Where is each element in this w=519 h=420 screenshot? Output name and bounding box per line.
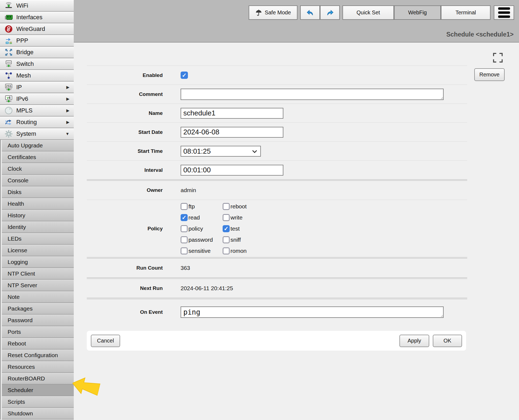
main-area: Safe Mode Quick Set WebFig Terminal Sche… [74, 0, 519, 420]
next-run-label: Next Run [87, 285, 163, 291]
enabled-row: Enabled [87, 66, 467, 85]
sidebar-item-mesh[interactable]: Mesh [0, 70, 74, 82]
sidebar-item-license[interactable]: License [2, 245, 74, 256]
sidebar-item-auto-upgrade[interactable]: Auto Upgrade [2, 140, 74, 151]
interval-input[interactable] [181, 165, 283, 176]
sidebar-item-wireguard[interactable]: WireGuard [0, 23, 74, 35]
name-row: Name [87, 104, 467, 122]
policy-write-label: write [230, 214, 242, 221]
sidebar-item-mpls[interactable]: MPLS ▶ [0, 105, 74, 117]
policy-policy-label: policy [188, 225, 203, 232]
sidebar-item-ntp-client[interactable]: NTP Client [2, 268, 74, 280]
policy-sniff-checkbox[interactable] [223, 236, 230, 243]
policy-reboot-checkbox[interactable] [223, 203, 230, 210]
policy-sniff-label: sniff [230, 237, 241, 243]
run-count-label: Run Count [87, 265, 163, 271]
run-count-value: 363 [181, 265, 190, 271]
sidebar-item-label: IP [16, 84, 22, 91]
sidebar-item-ipv6[interactable]: v6 IPv6 ▶ [0, 93, 74, 105]
remove-button[interactable]: Remove [474, 68, 505, 81]
interval-row: Interval [87, 160, 467, 179]
sidebar-item-ntp-server[interactable]: NTP Server [2, 280, 74, 291]
policy-password-checkbox[interactable] [181, 236, 188, 243]
sidebar-item-history[interactable]: History [2, 210, 74, 221]
sidebar-item-ppp[interactable]: PPP [0, 35, 74, 47]
page-title: Schedule <schedule1> [446, 31, 514, 38]
ip-icon: 255 [4, 82, 14, 92]
sidebar-item-label: Bridge [16, 49, 34, 56]
policy-romon-checkbox[interactable] [223, 247, 230, 254]
sidebar-item-label: WireGuard [16, 25, 45, 33]
policy-test-label: test [230, 225, 240, 232]
policy-sensitive-checkbox[interactable] [181, 247, 188, 254]
name-input[interactable] [181, 108, 283, 119]
sidebar-item-note[interactable]: Note [2, 291, 74, 303]
sidebar-item-reset-configuration[interactable]: Reset Configuration [2, 350, 74, 361]
sidebar-item-console[interactable]: Console [2, 175, 74, 186]
hamburger-icon [498, 7, 510, 10]
sidebar-item-clock[interactable]: Clock [2, 163, 74, 175]
switch-icon [4, 59, 14, 69]
policy-ftp-checkbox[interactable] [181, 203, 188, 210]
interval-label: Interval [87, 167, 163, 173]
tab-terminal[interactable]: Terminal [441, 5, 491, 20]
sidebar: WiFi Interfaces WireGuard PPP Bridge Swi… [0, 0, 74, 420]
policy-sensitive-label: sensitive [188, 248, 211, 254]
start-time-select[interactable]: 08:01:25 [181, 146, 261, 157]
policy-read-checkbox[interactable] [181, 214, 188, 221]
sidebar-item-routerboard[interactable]: RouterBOARD [2, 373, 74, 385]
enabled-checkbox[interactable] [181, 72, 188, 79]
sidebar-item-logging[interactable]: Logging [2, 256, 74, 268]
sidebar-item-wifi[interactable]: WiFi [0, 0, 74, 12]
sidebar-item-password[interactable]: Password [2, 315, 74, 326]
sidebar-item-system[interactable]: System ▼ [0, 128, 74, 140]
sidebar-item-certificates[interactable]: Certificates [2, 151, 74, 163]
owner-label: Owner [87, 187, 163, 193]
start-time-label: Start Time [87, 148, 163, 154]
sidebar-item-ports[interactable]: Ports [2, 326, 74, 338]
sidebar-item-bridge[interactable]: Bridge [0, 47, 74, 58]
policy-policy-checkbox[interactable] [181, 225, 188, 232]
tab-quick-set[interactable]: Quick Set [342, 5, 394, 20]
ok-button[interactable]: OK [433, 335, 462, 347]
mpls-icon [4, 106, 14, 115]
policy-label: Policy [87, 226, 163, 232]
fullscreen-icon[interactable] [492, 52, 503, 63]
comment-textarea[interactable] [181, 89, 444, 100]
sidebar-item-interfaces[interactable]: Interfaces [0, 12, 74, 23]
sidebar-item-scheduler[interactable]: Scheduler [2, 385, 74, 396]
sidebar-item-label: PPP [16, 37, 28, 44]
hamburger-menu-button[interactable] [494, 5, 514, 20]
sidebar-item-identity[interactable]: Identity [2, 221, 74, 233]
sidebar-item-scripts[interactable]: Scripts [2, 396, 74, 408]
ipv6-icon: v6 [4, 94, 14, 104]
sidebar-item-packages[interactable]: Packages [2, 303, 74, 315]
redo-button[interactable] [320, 5, 340, 20]
start-date-row: Start Date [87, 122, 467, 141]
sidebar-item-disks[interactable]: Disks [2, 186, 74, 198]
policy-write-checkbox[interactable] [223, 214, 230, 221]
undo-button[interactable] [300, 5, 320, 20]
tab-webfig[interactable]: WebFig [394, 5, 441, 20]
owner-value: admin [181, 187, 196, 193]
sidebar-item-shutdown[interactable]: Shutdown [2, 408, 74, 419]
redo-icon [326, 8, 334, 17]
policy-test-checkbox[interactable] [223, 225, 230, 232]
ppp-icon [4, 36, 14, 46]
sidebar-item-ip[interactable]: 255 IP ▶ [0, 82, 74, 93]
sidebar-item-resources[interactable]: Resources [2, 361, 74, 373]
sidebar-item-health[interactable]: Health [2, 198, 74, 210]
safe-mode-button[interactable]: Safe Mode [249, 5, 297, 20]
on-event-textarea[interactable]: ping [181, 306, 444, 318]
start-date-input[interactable] [181, 127, 283, 138]
interfaces-icon [4, 12, 14, 22]
chevron-down-icon: ▼ [65, 131, 69, 136]
apply-button[interactable]: Apply [399, 335, 429, 347]
policy-romon-label: romon [230, 248, 247, 254]
sidebar-item-leds[interactable]: LEDs [2, 233, 74, 245]
comment-label: Comment [87, 91, 163, 97]
sidebar-item-reboot[interactable]: Reboot [2, 338, 74, 350]
cancel-button[interactable]: Cancel [91, 335, 120, 347]
sidebar-item-routing[interactable]: Routing ▶ [0, 117, 74, 128]
sidebar-item-switch[interactable]: Switch [0, 58, 74, 70]
